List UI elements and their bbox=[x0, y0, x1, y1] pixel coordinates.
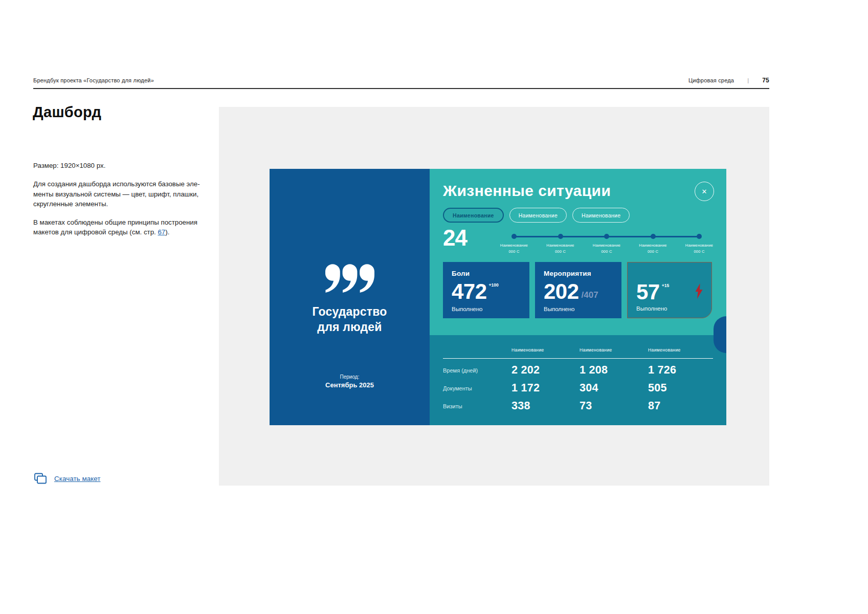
header-divider: | bbox=[747, 77, 749, 83]
timeline-stop-value: 000 С bbox=[630, 249, 677, 255]
period-label: Период: bbox=[270, 374, 430, 380]
brandbook-page: Брендбук проекта «Государство для людей»… bbox=[0, 0, 868, 614]
timeline-stop-3: Наименование 000 С bbox=[583, 232, 630, 254]
timeline-stop-label: Наименование bbox=[583, 243, 630, 249]
brand-name-line-1: Государство bbox=[270, 304, 430, 319]
card-total: /407 bbox=[582, 290, 598, 300]
timeline: Наименование 000 С Наименование 000 С На… bbox=[514, 232, 699, 265]
intro-text: Размер: 1920×1080 px. Для создания дашбо… bbox=[33, 161, 248, 246]
card-value: 202 bbox=[544, 281, 579, 302]
timeline-stop-label: Наименование bbox=[630, 243, 677, 249]
stat-card-alert: 57 +15 Выполнено bbox=[627, 262, 712, 318]
row-value: 87 bbox=[648, 400, 713, 412]
government-for-people-logo-icon bbox=[325, 263, 374, 295]
timeline-dot-icon bbox=[604, 234, 609, 239]
card-status: Выполнено bbox=[544, 306, 575, 312]
row-label: Визиты bbox=[443, 403, 511, 409]
row-value: 338 bbox=[511, 400, 580, 412]
timeline-stop-5: Наименование 000 С bbox=[676, 232, 723, 254]
counter-value: 24 bbox=[443, 225, 467, 251]
pill-filter-2[interactable]: Наименование bbox=[509, 208, 567, 223]
pill-filter-1[interactable]: Наименование bbox=[443, 208, 504, 223]
stat-cards: Боли 472 +100 Выполнено Мероприятия 202 … bbox=[443, 262, 712, 318]
row-value: 2 202 bbox=[511, 364, 580, 377]
timeline-stop-label: Наименование bbox=[491, 243, 538, 249]
intro-paragraph-1: Для создания дашборда используются базов… bbox=[33, 179, 248, 209]
timeline-stop-4: Наименование 000 С bbox=[630, 232, 677, 254]
row-label: Время (дней) bbox=[443, 367, 511, 374]
timeline-stop-value: 000 С bbox=[583, 249, 630, 255]
column-header: Наименование bbox=[648, 347, 713, 353]
row-value: 1 726 bbox=[648, 364, 713, 377]
dashboard-brand-panel: Государство для людей Период: Сентябрь 2… bbox=[270, 169, 430, 425]
column-header: Наименование bbox=[580, 347, 648, 353]
row-value: 505 bbox=[648, 382, 713, 394]
timeline-dot-icon bbox=[558, 234, 563, 239]
dashboard-mockup: Государство для людей Период: Сентябрь 2… bbox=[270, 169, 726, 425]
dashboard-title: Жизненные ситуации bbox=[443, 182, 611, 200]
timeline-dot-icon bbox=[651, 234, 656, 239]
intro-paragraph-2: В макетах соблюдены общие принципы постр… bbox=[33, 217, 248, 237]
row-value: 73 bbox=[580, 400, 648, 412]
row-value: 1 208 bbox=[580, 364, 648, 377]
dashboard-main-panel: Жизненные ситуации ✕ Наименование Наимен… bbox=[430, 169, 726, 425]
table-row: Время (дней) 2 202 1 208 1 726 bbox=[443, 359, 713, 377]
intro-paragraph-2-suffix: ). bbox=[165, 228, 169, 236]
timeline-stop-value: 000 С bbox=[491, 249, 538, 255]
row-label: Документы bbox=[443, 385, 511, 391]
copy-file-icon bbox=[34, 473, 47, 484]
timeline-dot-icon bbox=[511, 234, 517, 239]
card-status: Выполнено bbox=[452, 306, 483, 312]
brandbook-title: Брендбук проекта «Государство для людей» bbox=[33, 77, 154, 83]
download-block[interactable]: Скачать макет bbox=[34, 473, 100, 484]
page-number: 75 bbox=[762, 77, 769, 84]
stat-card-events: Мероприятия 202 /407 Выполнено bbox=[535, 262, 621, 318]
document-header: Брендбук проекта «Государство для людей»… bbox=[33, 77, 769, 84]
row-value: 1 172 bbox=[511, 382, 580, 394]
row-value: 304 bbox=[580, 382, 648, 394]
card-delta: +15 bbox=[662, 283, 669, 288]
page-67-link[interactable]: 67 bbox=[158, 228, 165, 236]
close-button[interactable]: ✕ bbox=[695, 182, 714, 201]
filter-pills: Наименование Наименование Наименование bbox=[443, 208, 630, 223]
stats-table: Наименование Наименование Наименование В… bbox=[443, 347, 713, 412]
page-title: Дашборд bbox=[33, 104, 101, 121]
table-row: Визиты 338 73 87 bbox=[443, 394, 713, 412]
bubble-notch-decoration bbox=[714, 316, 726, 353]
stats-section: Наименование Наименование Наименование В… bbox=[430, 335, 726, 425]
header-rule bbox=[33, 88, 769, 89]
mockup-canvas: Государство для людей Период: Сентябрь 2… bbox=[219, 107, 769, 486]
timeline-stop-value: 000 С bbox=[537, 249, 584, 255]
timeline-stop-label: Наименование bbox=[676, 243, 723, 249]
brand-name: Государство для людей bbox=[270, 304, 430, 335]
brand-name-line-2: для людей bbox=[270, 319, 430, 335]
card-status: Выполнено bbox=[636, 305, 667, 312]
card-label: Боли bbox=[452, 270, 529, 279]
intro-paragraph-2-text: В макетах соблюдены общие принципы постр… bbox=[33, 218, 197, 236]
period-value: Сентябрь 2025 bbox=[270, 381, 430, 389]
column-header: Наименование bbox=[511, 347, 580, 353]
card-value: 57 bbox=[636, 282, 660, 302]
card-value: 472 bbox=[452, 281, 487, 302]
period-block: Период: Сентябрь 2025 bbox=[270, 374, 430, 389]
close-icon: ✕ bbox=[702, 188, 707, 195]
stat-card-pains: Боли 472 +100 Выполнено bbox=[443, 262, 529, 318]
section-label: Цифровая среда bbox=[688, 77, 734, 83]
card-delta: +100 bbox=[489, 282, 499, 288]
timeline-stop-1: Наименование 000 С bbox=[491, 232, 538, 254]
stats-table-header: Наименование Наименование Наименование bbox=[443, 347, 713, 359]
card-label: Мероприятия bbox=[544, 270, 621, 279]
table-row: Документы 1 172 304 505 bbox=[443, 377, 713, 394]
timeline-stop-value: 000 С bbox=[676, 249, 723, 255]
timeline-stop-label: Наименование bbox=[537, 243, 584, 249]
lightning-icon bbox=[695, 283, 703, 299]
timeline-stop-2: Наименование 000 С bbox=[537, 232, 584, 254]
size-note: Размер: 1920×1080 px. bbox=[33, 161, 248, 170]
download-link[interactable]: Скачать макет bbox=[54, 475, 100, 483]
timeline-dot-icon bbox=[697, 234, 702, 239]
pill-filter-3[interactable]: Наименование bbox=[572, 208, 630, 223]
